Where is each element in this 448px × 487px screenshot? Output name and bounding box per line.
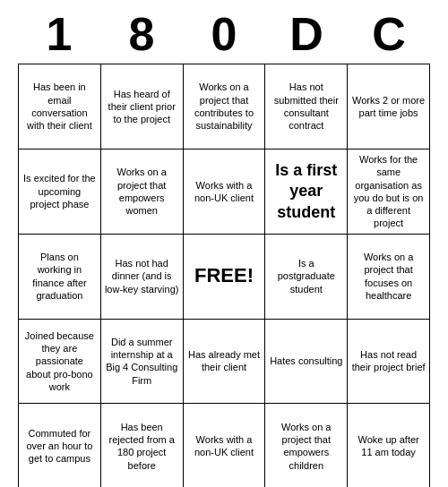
header-letter-3: 0 [185, 9, 263, 60]
cell-0[interactable]: Has been in email conversation with thei… [19, 64, 101, 150]
header-letter-5: C [349, 9, 428, 60]
bingo-grid: Has been in email conversation with thei… [18, 64, 430, 487]
cell-2[interactable]: Works on a project that contributes to s… [184, 64, 266, 150]
cell-5[interactable]: Is excited for the upcoming project phas… [19, 150, 101, 235]
cell-11[interactable]: Has not had dinner (and is low-key starv… [101, 235, 184, 320]
cell-4[interactable]: Works 2 or more part time jobs [348, 64, 430, 150]
header-letter-4: D [267, 9, 346, 60]
cell-6[interactable]: Works on a project that empowers women [101, 150, 184, 235]
bingo-header: 1 8 0 D C [18, 9, 430, 60]
cell-22[interactable]: Works with a non-UK client [184, 404, 266, 487]
header-letter-2: 8 [102, 9, 181, 60]
cell-16[interactable]: Did a summer internship at a Big 4 Consu… [101, 320, 184, 405]
cell-9[interactable]: Works for the same organisation as you d… [348, 150, 430, 235]
cell-13[interactable]: Is a postgraduate student [265, 235, 348, 320]
cell-7[interactable]: Works with a non-UK client [184, 150, 266, 235]
cell-free[interactable]: FREE! [184, 235, 266, 320]
cell-21[interactable]: Has been rejected from a 180 project bef… [101, 404, 184, 487]
cell-18[interactable]: Hates consulting [265, 320, 348, 405]
cell-17[interactable]: Has already met their client [184, 320, 266, 405]
cell-20[interactable]: Commuted for over an hour to get to camp… [19, 404, 101, 487]
cell-19[interactable]: Has not read their project brief [348, 320, 430, 405]
cell-1[interactable]: Has heard of their client prior to the p… [101, 64, 184, 150]
cell-3[interactable]: Has not submitted their consultant contr… [265, 64, 348, 150]
cell-23[interactable]: Works on a project that empowers childre… [265, 404, 348, 487]
cell-10[interactable]: Plans on working in finance after gradua… [19, 235, 101, 320]
cell-24[interactable]: Woke up after 11 am today [348, 404, 430, 487]
bingo-card: 1 8 0 D C Has been in email conversation… [9, 0, 439, 487]
header-letter-1: 1 [20, 9, 99, 60]
cell-8[interactable]: Is a first year student [265, 150, 348, 235]
cell-15[interactable]: Joined because they are passionate about… [19, 320, 101, 405]
cell-14[interactable]: Works on a project that focuses on healt… [348, 235, 430, 320]
